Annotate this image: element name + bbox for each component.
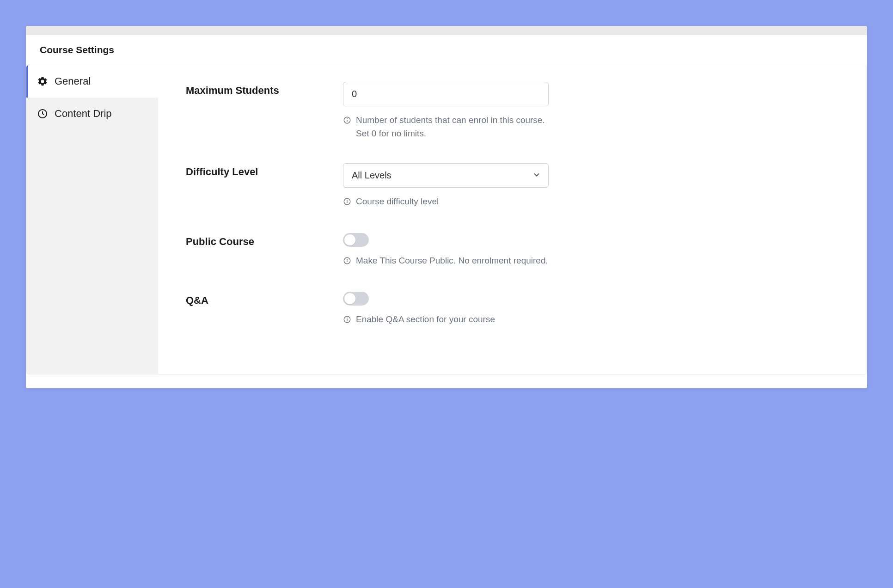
info-icon — [343, 115, 351, 129]
clock-icon — [37, 108, 48, 119]
difficulty-select-wrap: All Levels — [343, 163, 549, 188]
tab-general-label: General — [55, 75, 91, 87]
hint-max-students: Number of students that can enrol in thi… — [343, 114, 549, 140]
row-public-course: Public Course Make This Course Public. N… — [186, 233, 844, 269]
settings-box: General Content Drip Maximum Students — [26, 65, 867, 374]
info-icon — [343, 256, 351, 269]
max-students-input[interactable] — [343, 82, 549, 106]
tab-content-drip[interactable]: Content Drip — [26, 98, 158, 130]
svg-point-6 — [347, 200, 348, 201]
hint-text: Course difficulty level — [356, 195, 439, 208]
course-settings-panel: Course Settings General Content Drip — [26, 26, 867, 388]
info-icon — [343, 314, 351, 328]
row-qa: Q&A Enable Q&A section for your course — [186, 292, 844, 328]
info-icon — [343, 196, 351, 210]
label-difficulty: Difficulty Level — [186, 163, 343, 178]
tabs-sidebar: General Content Drip — [26, 65, 158, 374]
control-difficulty: All Levels Course difficulty level — [343, 163, 549, 210]
svg-point-3 — [347, 119, 348, 119]
settings-content: Maximum Students Number of students that… — [158, 65, 867, 374]
toggle-knob — [344, 234, 355, 245]
gear-icon — [37, 76, 48, 87]
hint-text: Make This Course Public. No enrolment re… — [356, 254, 548, 268]
svg-point-12 — [347, 318, 348, 318]
control-public-course: Make This Course Public. No enrolment re… — [343, 233, 549, 269]
label-public-course: Public Course — [186, 233, 343, 248]
tab-general[interactable]: General — [26, 65, 158, 98]
label-qa: Q&A — [186, 292, 343, 306]
control-max-students: Number of students that can enrol in thi… — [343, 82, 549, 140]
hint-difficulty: Course difficulty level — [343, 195, 549, 210]
hint-text: Enable Q&A section for your course — [356, 313, 495, 326]
toggle-knob — [344, 293, 355, 304]
label-max-students: Maximum Students — [186, 82, 343, 97]
row-difficulty: Difficulty Level All Levels — [186, 163, 844, 210]
svg-point-9 — [347, 259, 348, 259]
panel-body: Course Settings General Content Drip — [26, 35, 867, 374]
page-title: Course Settings — [26, 44, 867, 65]
hint-text: Number of students that can enrol in thi… — [356, 114, 549, 140]
hint-public-course: Make This Course Public. No enrolment re… — [343, 254, 549, 269]
qa-toggle[interactable] — [343, 292, 369, 306]
row-max-students: Maximum Students Number of students that… — [186, 82, 844, 140]
difficulty-select[interactable]: All Levels — [343, 163, 549, 188]
hint-qa: Enable Q&A section for your course — [343, 313, 549, 328]
control-qa: Enable Q&A section for your course — [343, 292, 549, 328]
tab-content-drip-label: Content Drip — [55, 108, 112, 120]
public-course-toggle[interactable] — [343, 233, 369, 247]
panel-topbar — [26, 26, 867, 35]
